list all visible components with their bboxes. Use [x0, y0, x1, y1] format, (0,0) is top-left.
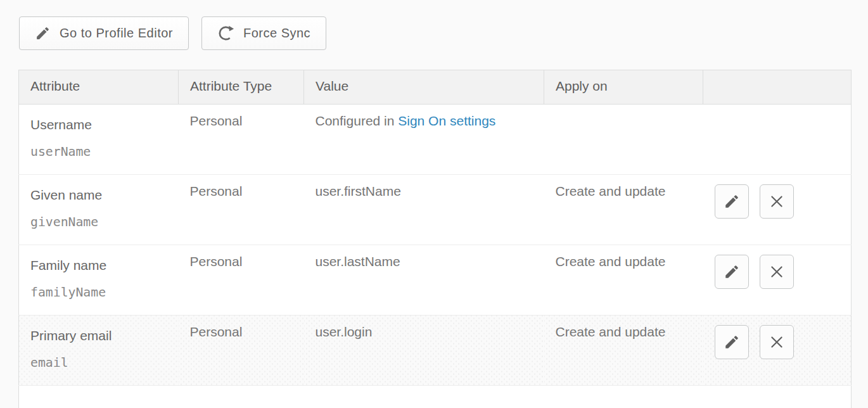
go-to-profile-editor-label: Go to Profile Editor	[60, 26, 173, 41]
value-text: Configured in	[316, 113, 399, 128]
table-filler-row	[19, 386, 852, 408]
table-row-username: Username userName Personal Configured in…	[19, 105, 852, 175]
x-icon	[769, 193, 785, 210]
x-icon	[769, 264, 785, 280]
delete-attribute-button[interactable]	[760, 255, 794, 289]
header-actions	[703, 70, 852, 105]
apply-on-cell: Create and update	[544, 245, 703, 316]
attribute-label: Username	[30, 117, 167, 133]
attribute-label: Family name	[30, 257, 167, 274]
attribute-label: Given name	[30, 187, 167, 203]
pencil-icon	[35, 25, 51, 41]
value-cell: user.firstName	[304, 175, 544, 245]
attribute-type-cell: Personal	[179, 175, 304, 245]
force-sync-button[interactable]: Force Sync	[201, 16, 326, 50]
attribute-mapping-table: Attribute Attribute Type Value Apply on …	[18, 70, 852, 408]
delete-attribute-button[interactable]	[760, 184, 794, 219]
header-apply-on: Apply on	[544, 70, 703, 105]
table-header-row: Attribute Attribute Type Value Apply on	[19, 70, 852, 105]
sign-on-settings-link[interactable]: Sign On settings	[398, 113, 495, 128]
attribute-code: userName	[30, 144, 167, 160]
attribute-code: email	[30, 355, 167, 371]
pencil-icon	[724, 334, 740, 350]
attribute-code: givenName	[30, 214, 167, 231]
header-attribute-type: Attribute Type	[179, 70, 304, 105]
attribute-type-cell: Personal	[179, 245, 304, 316]
apply-on-cell: Create and update	[544, 316, 703, 386]
edit-attribute-button[interactable]	[715, 184, 749, 219]
table-row-family-name: Family name familyName Personal user.las…	[19, 245, 852, 316]
pencil-icon	[724, 264, 740, 280]
toolbar: Go to Profile Editor Force Sync	[19, 16, 326, 50]
value-cell: user.lastName	[304, 245, 544, 316]
pencil-icon	[724, 193, 740, 210]
table-row-given-name: Given name givenName Personal user.first…	[19, 175, 852, 245]
header-value: Value	[304, 70, 544, 105]
edit-attribute-button[interactable]	[715, 325, 749, 359]
apply-on-cell	[544, 105, 703, 175]
table-row-primary-email: Primary email email Personal user.login …	[19, 316, 852, 386]
x-icon	[769, 334, 785, 350]
refresh-icon	[217, 25, 234, 42]
edit-attribute-button[interactable]	[715, 255, 749, 289]
attribute-type-cell: Personal	[179, 105, 304, 175]
attribute-label: Primary email	[30, 328, 167, 344]
apply-on-cell: Create and update	[544, 175, 703, 245]
attribute-code: familyName	[30, 284, 167, 301]
value-cell: user.login	[304, 316, 544, 386]
force-sync-label: Force Sync	[243, 26, 310, 41]
header-attribute: Attribute	[19, 70, 179, 105]
delete-attribute-button[interactable]	[760, 325, 794, 359]
attribute-type-cell: Personal	[179, 316, 304, 386]
go-to-profile-editor-button[interactable]: Go to Profile Editor	[19, 16, 189, 50]
